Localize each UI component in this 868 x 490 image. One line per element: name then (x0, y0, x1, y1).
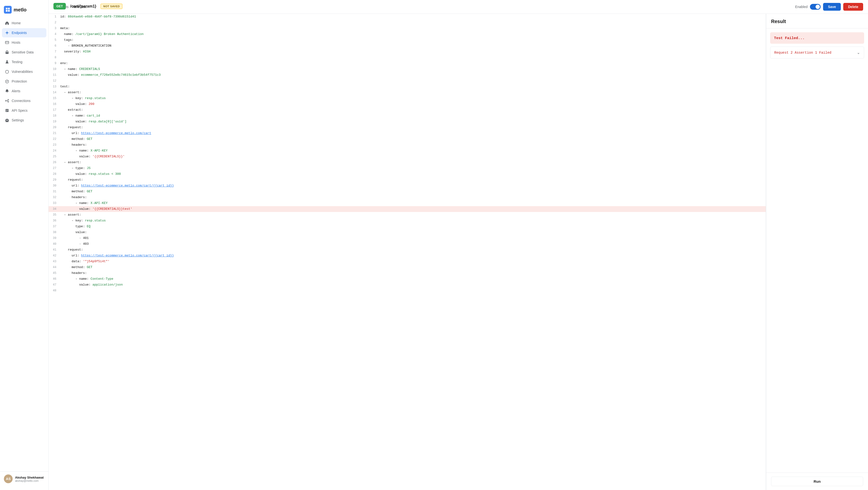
sensitive-data-icon (5, 50, 9, 54)
code-line-43: 43 data: '"j54p9f5i4t"' (49, 258, 766, 265)
sidebar-item-endpoints[interactable]: Endpoints (2, 28, 46, 37)
code-line-8: 8 (49, 55, 766, 60)
code-line-31: 31 method: GET (49, 189, 766, 194)
code-line-19: 19 value: resp.data[0]['uuid'] (49, 119, 766, 125)
svg-point-8 (8, 99, 9, 100)
code-line-29: 29 request: (49, 177, 766, 183)
main-content: Endpoints › New Test GET /cart/{param1} … (49, 0, 868, 490)
run-button[interactable]: Run (771, 477, 863, 486)
code-line-2: 2 (49, 20, 766, 26)
code-line-20: 20 request: (49, 125, 766, 130)
result-body: Test Failed... Request 2 Assertion 1 Fai… (766, 28, 868, 472)
logo-icon (4, 6, 12, 13)
code-line-3: 3meta: (49, 26, 766, 31)
code-editor[interactable]: 1id: 88d4aeb6-e6b8-4b6f-bbf8-7390d6151d4… (49, 14, 766, 490)
code-line-40: 40 - 403 (49, 241, 766, 247)
code-line-22: 22 method: GET (49, 136, 766, 142)
sidebar-item-alerts[interactable]: Alerts (2, 87, 46, 96)
user-email: akshay@metlo.com (15, 479, 44, 482)
sidebar: metlo Home Endpoints (0, 0, 49, 490)
svg-rect-3 (8, 10, 10, 12)
code-line-47: 47 value: application/json (49, 282, 766, 288)
enabled-toggle[interactable] (810, 4, 820, 10)
avatar: AS (4, 474, 12, 483)
code-line-33: 33 - name: X-API-KEY (49, 200, 766, 206)
code-line-34: 34 value: '{{CREDENTIALS}}test' (49, 206, 766, 212)
endpoints-icon (5, 31, 9, 35)
header-actions: Enabled Save Delete (795, 3, 863, 11)
test-failed-text: Test Failed... (774, 36, 805, 40)
code-line-10: 10 - name: CREDENTIALS (49, 66, 766, 72)
code-line-27: 27 - type: JS (49, 165, 766, 171)
code-line-11: 11 value: ecommerce_f726e552e8c74615c1eb… (49, 72, 766, 78)
svg-point-7 (5, 100, 6, 101)
enabled-label: Enabled (795, 5, 808, 9)
vulnerabilities-icon (5, 69, 9, 74)
sidebar-item-sensitive-data[interactable]: Sensitive Data (2, 48, 46, 57)
sidebar-item-protection[interactable]: Protection (2, 77, 46, 86)
method-badge: GET (54, 3, 66, 9)
code-line-39: 39 - 401 (49, 235, 766, 241)
user-name: Akshay Shekhawat (15, 476, 44, 479)
code-line-41: 41 request: (49, 247, 766, 253)
sidebar-nav: Home Endpoints Hosts (0, 19, 48, 471)
svg-rect-0 (6, 8, 7, 9)
editor-area: 1id: 88d4aeb6-e6b8-4b6f-bbf8-7390d6151d4… (49, 14, 868, 490)
svg-point-9 (8, 101, 9, 102)
code-line-35: 35 - assert: (49, 212, 766, 218)
code-line-21: 21 url: https://test-ecommerce.metlo.com… (49, 130, 766, 136)
sidebar-item-vulnerabilities[interactable]: Vulnerabilities (2, 67, 46, 76)
logo-text: metlo (13, 7, 27, 12)
code-line-42: 42 url: https://test-ecommerce.metlo.com… (49, 253, 766, 258)
code-line-26: 26 - assert: (49, 159, 766, 165)
save-button[interactable]: Save (823, 3, 841, 11)
protection-icon (5, 79, 9, 84)
code-line-28: 28 value: resp.status < 300 (49, 171, 766, 177)
code-line-14: 14 - assert: (49, 90, 766, 95)
code-line-23: 23 headers: (49, 142, 766, 148)
code-line-46: 46 - name: Content-Type (49, 276, 766, 282)
code-line-7: 7 severity: HIGH (49, 49, 766, 55)
hosts-icon (5, 40, 9, 45)
code-line-16: 16 value: 200 (49, 101, 766, 107)
code-line-37: 37 type: EQ (49, 224, 766, 229)
logo: metlo (0, 4, 48, 19)
code-line-44: 44 method: GET (49, 265, 766, 270)
code-line-36: 36 - key: resp.status (49, 218, 766, 224)
settings-icon (5, 118, 9, 122)
code-line-9: 9env: (49, 60, 766, 66)
code-line-25: 25 value: '{{CREDENTIALS}}' (49, 154, 766, 159)
api-specs-icon (5, 108, 9, 113)
code-line-12: 12 (49, 78, 766, 84)
sidebar-item-testing[interactable]: Testing (2, 57, 46, 66)
alerts-icon (5, 89, 9, 93)
connections-icon (5, 99, 9, 103)
sidebar-item-api-specs[interactable]: API Specs (2, 106, 46, 115)
code-line-1: 1id: 88d4aeb6-e6b8-4b6f-bbf8-7390d6151d4… (49, 14, 766, 20)
code-line-13: 13test: (49, 84, 766, 90)
svg-rect-2 (6, 10, 7, 12)
svg-rect-5 (5, 41, 9, 44)
result-footer: Run (766, 472, 868, 490)
sidebar-item-hosts[interactable]: Hosts (2, 38, 46, 47)
sidebar-item-connections[interactable]: Connections (2, 96, 46, 105)
user-info: Akshay Shekhawat akshay@metlo.com (15, 476, 44, 482)
endpoint-path[interactable]: /cart/{param1} (68, 3, 98, 9)
delete-button[interactable]: Delete (843, 3, 863, 11)
testing-icon (5, 60, 9, 64)
code-line-38: 38 value: (49, 229, 766, 235)
code-line-17: 17 extract: (49, 107, 766, 113)
assertion-message: Request 2 Assertion 1 Failed (774, 51, 831, 55)
top-header: Endpoints › New Test GET /cart/{param1} … (49, 0, 868, 14)
code-line-6: 6 - BROKEN_AUTHENTICATION (49, 43, 766, 49)
code-line-32: 32 headers: (49, 194, 766, 200)
sidebar-item-home[interactable]: Home (2, 19, 46, 28)
result-panel: Result Test Failed... Request 2 Assertio… (766, 14, 868, 490)
code-line-48: 48 (49, 288, 766, 294)
sidebar-item-settings[interactable]: Settings (2, 116, 46, 125)
chevron-down-icon: ⌄ (857, 50, 860, 55)
assertion-failed-item[interactable]: Request 2 Assertion 1 Failed ⌄ (770, 47, 864, 59)
test-failed-banner: Test Failed... (770, 32, 864, 44)
code-line-24: 24 - name: X-API-KEY (49, 148, 766, 154)
user-profile: AS Akshay Shekhawat akshay@metlo.com (0, 471, 48, 486)
